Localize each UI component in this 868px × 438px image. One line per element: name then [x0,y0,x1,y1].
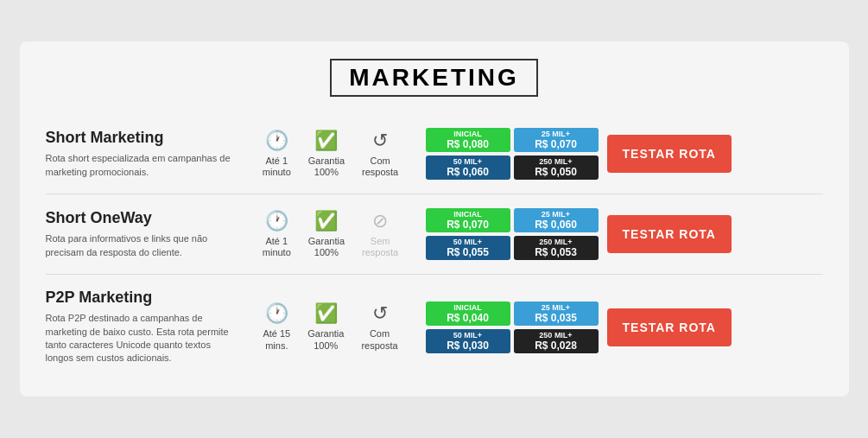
route-name-short-oneway: Short OneWay [46,209,236,227]
response-icon: ↺ [372,302,388,325]
route-desc-short-oneway: Rota para informativos e links que não p… [46,232,236,259]
route-info-short-oneway: Short OneWay Rota para informativos e li… [46,209,236,259]
feature-label-guarantee-short-oneway: Garantia100% [308,236,345,258]
route-features-short-marketing: 🕐Até 1minuto✅Garantia100%↺Comresposta [244,130,417,178]
badge-value: R$ 0,070 [431,219,505,231]
badge-label: 50 MIL+ [431,331,505,340]
price-badge-green-short-marketing: INICIAL R$ 0,080 [426,128,510,152]
feature-guarantee-p2p-marketing: ✅Garantia100% [307,302,344,351]
feature-label-time-short-oneway: Até 1minuto [263,236,291,258]
route-name-short-marketing: Short Marketing [46,129,236,147]
feature-time-short-marketing: 🕐Até 1minuto [263,130,291,178]
badge-label: 50 MIL+ [431,238,505,246]
badge-label: 250 MIL+ [519,157,593,166]
badge-value: R$ 0,060 [519,219,593,231]
check-icon: ✅ [314,210,338,232]
route-desc-p2p-marketing: Rota P2P destinado a campanhas de market… [46,312,236,365]
testar-rota-button-short-oneway[interactable]: TESTAR ROTA [607,215,732,253]
badge-value: R$ 0,053 [519,246,593,258]
feature-label-time-p2p-marketing: Até 15mins. [263,328,290,351]
response-icon: ↺ [372,130,388,152]
feature-label-time-short-marketing: Até 1minuto [263,156,291,178]
feature-label-response-short-marketing: Comresposta [362,156,398,178]
clock-icon: 🕐 [265,210,288,232]
route-row-short-oneway: Short OneWay Rota para informativos e li… [46,194,823,275]
feature-guarantee-short-marketing: ✅Garantia100% [308,130,345,178]
price-badge-dark-p2p-marketing: 250 MIL+ R$ 0,028 [514,329,599,353]
badge-label: 25 MIL+ [519,130,593,138]
badge-value: R$ 0,035 [519,312,593,324]
route-desc-short-marketing: Rota short especializada em campanhas de… [46,152,236,179]
price-badge-blue-dark-short-oneway: 50 MIL+ R$ 0,055 [426,236,510,260]
pricing-grid-short-oneway: INICIAL R$ 0,070 25 MIL+ R$ 0,060 50 MIL… [426,208,599,260]
route-name-p2p-marketing: P2P Marketing [46,289,236,307]
price-badge-blue-light-short-marketing: 25 MIL+ R$ 0,070 [514,128,599,152]
feature-label-guarantee-p2p-marketing: Garantia100% [307,328,344,351]
route-features-short-oneway: 🕐Até 1minuto✅Garantia100%⊘Semresposta [244,210,417,258]
feature-time-p2p-marketing: 🕐Até 15mins. [263,302,290,351]
badge-label: 50 MIL+ [431,157,505,166]
badge-value: R$ 0,030 [431,340,505,352]
badge-value: R$ 0,070 [519,138,593,150]
pricing-grid-p2p-marketing: INICIAL R$ 0,040 25 MIL+ R$ 0,035 50 MIL… [426,302,599,353]
pricing-grid-short-marketing: INICIAL R$ 0,080 25 MIL+ R$ 0,070 50 MIL… [426,128,599,180]
check-icon: ✅ [314,302,338,325]
marketing-container: MARKETING Short Marketing Rota short esp… [20,41,849,397]
feature-label-response-short-oneway: Semresposta [362,236,398,258]
badge-value: R$ 0,055 [431,246,505,258]
clock-icon: 🕐 [265,302,288,325]
routes-list: Short Marketing Rota short especializada… [46,114,823,379]
price-badge-dark-short-marketing: 250 MIL+ R$ 0,050 [514,156,599,180]
badge-value: R$ 0,040 [431,312,505,324]
badge-value: R$ 0,080 [431,138,505,150]
badge-value: R$ 0,028 [519,340,593,352]
feature-guarantee-short-oneway: ✅Garantia100% [308,210,345,258]
feature-time-short-oneway: 🕐Até 1minuto [263,210,291,258]
badge-label: INICIAL [431,303,505,312]
price-badge-blue-dark-short-marketing: 50 MIL+ R$ 0,060 [426,156,510,180]
page-title: MARKETING [330,59,538,97]
price-badge-dark-short-oneway: 250 MIL+ R$ 0,053 [514,236,599,260]
badge-value: R$ 0,050 [519,166,593,178]
badge-label: INICIAL [431,130,505,138]
feature-response-short-oneway: ⊘Semresposta [362,210,398,258]
badge-label: INICIAL [431,210,505,219]
price-badge-green-short-oneway: INICIAL R$ 0,070 [426,208,510,232]
badge-label: 25 MIL+ [519,303,593,312]
badge-label: 250 MIL+ [519,238,593,246]
route-info-p2p-marketing: P2P Marketing Rota P2P destinado a campa… [46,289,236,365]
feature-response-short-marketing: ↺Comresposta [362,130,398,178]
price-badge-blue-light-p2p-marketing: 25 MIL+ R$ 0,035 [514,302,599,326]
testar-rota-button-p2p-marketing[interactable]: TESTAR ROTA [607,308,732,346]
badge-label: 25 MIL+ [519,210,593,219]
testar-rota-button-short-marketing[interactable]: TESTAR ROTA [607,135,732,173]
badge-label: 250 MIL+ [519,331,593,340]
feature-label-response-p2p-marketing: Comresposta [361,328,397,351]
feature-response-p2p-marketing: ↺Comresposta [361,302,397,351]
route-row-short-marketing: Short Marketing Rota short especializada… [46,114,823,194]
badge-value: R$ 0,060 [431,166,505,178]
route-features-p2p-marketing: 🕐Até 15mins.✅Garantia100%↺Comresposta [244,302,417,351]
price-badge-blue-dark-p2p-marketing: 50 MIL+ R$ 0,030 [426,329,510,353]
price-badge-green-p2p-marketing: INICIAL R$ 0,040 [426,302,510,326]
feature-label-guarantee-short-marketing: Garantia100% [308,156,345,178]
price-badge-blue-light-short-oneway: 25 MIL+ R$ 0,060 [514,208,599,232]
route-info-short-marketing: Short Marketing Rota short especializada… [46,129,236,179]
no-response-icon: ⊘ [372,210,388,232]
check-icon: ✅ [314,130,338,152]
route-row-p2p-marketing: P2P Marketing Rota P2P destinado a campa… [46,275,823,379]
clock-icon: 🕐 [265,130,288,152]
